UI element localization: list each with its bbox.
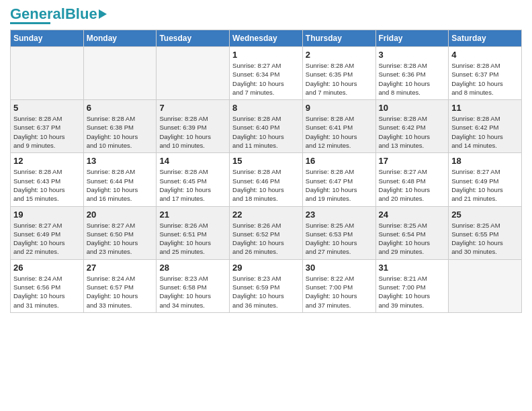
day-number: 30 — [306, 263, 373, 273]
day-number: 19 — [13, 210, 81, 220]
day-info: Sunrise: 8:28 AMSunset: 6:36 PMDaylight:… — [379, 61, 446, 97]
calendar-cell: 19Sunrise: 8:27 AMSunset: 6:49 PMDayligh… — [11, 206, 84, 259]
logo-text: GeneralBlue — [10, 7, 97, 21]
day-number: 29 — [232, 263, 300, 273]
day-number: 24 — [379, 210, 446, 220]
calendar-cell: 22Sunrise: 8:26 AMSunset: 6:52 PMDayligh… — [230, 206, 303, 259]
calendar-cell — [11, 47, 84, 100]
day-number: 10 — [379, 103, 446, 113]
calendar-cell — [449, 259, 522, 312]
day-info: Sunrise: 8:25 AMSunset: 6:53 PMDaylight:… — [306, 221, 373, 257]
calendar-cell: 28Sunrise: 8:23 AMSunset: 6:58 PMDayligh… — [157, 259, 230, 312]
calendar-week-row: 12Sunrise: 8:28 AMSunset: 6:43 PMDayligh… — [11, 153, 522, 206]
day-info: Sunrise: 8:28 AMSunset: 6:40 PMDaylight:… — [232, 114, 300, 150]
day-number: 23 — [306, 210, 373, 220]
calendar-cell: 11Sunrise: 8:28 AMSunset: 6:42 PMDayligh… — [449, 100, 522, 153]
day-number: 2 — [306, 50, 373, 60]
calendar-cell: 13Sunrise: 8:28 AMSunset: 6:44 PMDayligh… — [83, 153, 157, 206]
logo-blue: Blue — [65, 5, 97, 22]
day-info: Sunrise: 8:25 AMSunset: 6:54 PMDaylight:… — [379, 221, 446, 257]
day-info: Sunrise: 8:21 AMSunset: 7:00 PMDaylight:… — [379, 274, 446, 310]
day-number: 8 — [232, 103, 300, 113]
day-number: 16 — [306, 156, 373, 166]
day-info: Sunrise: 8:28 AMSunset: 6:39 PMDaylight:… — [159, 114, 226, 150]
logo: GeneralBlue — [10, 7, 107, 24]
calendar-cell — [157, 47, 230, 100]
day-info: Sunrise: 8:27 AMSunset: 6:49 PMDaylight:… — [451, 167, 519, 203]
calendar-cell — [83, 47, 157, 100]
day-info: Sunrise: 8:27 AMSunset: 6:49 PMDaylight:… — [13, 221, 81, 257]
day-info: Sunrise: 8:26 AMSunset: 6:52 PMDaylight:… — [232, 221, 300, 257]
day-number: 3 — [379, 50, 446, 60]
calendar-cell: 23Sunrise: 8:25 AMSunset: 6:53 PMDayligh… — [302, 206, 375, 259]
weekday-header-monday: Monday — [83, 30, 157, 47]
weekday-header-saturday: Saturday — [449, 30, 522, 47]
calendar-week-row: 19Sunrise: 8:27 AMSunset: 6:49 PMDayligh… — [11, 206, 522, 259]
day-info: Sunrise: 8:26 AMSunset: 6:51 PMDaylight:… — [159, 221, 226, 257]
calendar-cell: 2Sunrise: 8:28 AMSunset: 6:35 PMDaylight… — [302, 47, 375, 100]
weekday-header-thursday: Thursday — [302, 30, 375, 47]
day-info: Sunrise: 8:28 AMSunset: 6:45 PMDaylight:… — [159, 167, 226, 203]
day-info: Sunrise: 8:27 AMSunset: 6:50 PMDaylight:… — [87, 221, 154, 257]
calendar-cell: 31Sunrise: 8:21 AMSunset: 7:00 PMDayligh… — [375, 259, 449, 312]
day-number: 4 — [451, 50, 519, 60]
calendar-cell: 17Sunrise: 8:27 AMSunset: 6:48 PMDayligh… — [375, 153, 449, 206]
calendar-cell: 25Sunrise: 8:25 AMSunset: 6:55 PMDayligh… — [449, 206, 522, 259]
calendar-cell: 12Sunrise: 8:28 AMSunset: 6:43 PMDayligh… — [11, 153, 84, 206]
calendar-cell: 4Sunrise: 8:28 AMSunset: 6:37 PMDaylight… — [449, 47, 522, 100]
calendar-cell: 29Sunrise: 8:23 AMSunset: 6:59 PMDayligh… — [230, 259, 303, 312]
day-number: 7 — [159, 103, 226, 113]
calendar-cell: 8Sunrise: 8:28 AMSunset: 6:40 PMDaylight… — [230, 100, 303, 153]
calendar-cell: 5Sunrise: 8:28 AMSunset: 6:37 PMDaylight… — [11, 100, 84, 153]
page: GeneralBlue SundayMondayTuesdayWednesday… — [0, 0, 532, 411]
day-number: 25 — [451, 210, 519, 220]
calendar-cell: 7Sunrise: 8:28 AMSunset: 6:39 PMDaylight… — [157, 100, 230, 153]
day-info: Sunrise: 8:28 AMSunset: 6:42 PMDaylight:… — [451, 114, 519, 150]
day-info: Sunrise: 8:22 AMSunset: 7:00 PMDaylight:… — [306, 274, 373, 310]
calendar-cell: 26Sunrise: 8:24 AMSunset: 6:56 PMDayligh… — [11, 259, 84, 312]
day-info: Sunrise: 8:28 AMSunset: 6:35 PMDaylight:… — [306, 61, 373, 97]
calendar-cell: 16Sunrise: 8:28 AMSunset: 6:47 PMDayligh… — [302, 153, 375, 206]
day-info: Sunrise: 8:28 AMSunset: 6:44 PMDaylight:… — [87, 167, 154, 203]
day-number: 27 — [87, 263, 154, 273]
day-info: Sunrise: 8:28 AMSunset: 6:46 PMDaylight:… — [232, 167, 300, 203]
day-info: Sunrise: 8:23 AMSunset: 6:58 PMDaylight:… — [159, 274, 226, 310]
logo-general: General — [10, 5, 65, 22]
day-info: Sunrise: 8:23 AMSunset: 6:59 PMDaylight:… — [232, 274, 300, 310]
calendar-cell: 18Sunrise: 8:27 AMSunset: 6:49 PMDayligh… — [449, 153, 522, 206]
day-info: Sunrise: 8:28 AMSunset: 6:38 PMDaylight:… — [87, 114, 154, 150]
day-info: Sunrise: 8:28 AMSunset: 6:42 PMDaylight:… — [379, 114, 446, 150]
day-info: Sunrise: 8:25 AMSunset: 6:55 PMDaylight:… — [451, 221, 519, 257]
day-number: 1 — [232, 50, 300, 60]
calendar-cell: 14Sunrise: 8:28 AMSunset: 6:45 PMDayligh… — [157, 153, 230, 206]
day-info: Sunrise: 8:28 AMSunset: 6:43 PMDaylight:… — [13, 167, 81, 203]
day-number: 15 — [232, 156, 300, 166]
calendar-cell: 15Sunrise: 8:28 AMSunset: 6:46 PMDayligh… — [230, 153, 303, 206]
weekday-header-friday: Friday — [375, 30, 449, 47]
calendar-week-row: 26Sunrise: 8:24 AMSunset: 6:56 PMDayligh… — [11, 259, 522, 312]
day-info: Sunrise: 8:28 AMSunset: 6:47 PMDaylight:… — [306, 167, 373, 203]
day-number: 5 — [13, 103, 81, 113]
day-number: 12 — [13, 156, 81, 166]
calendar-week-row: 5Sunrise: 8:28 AMSunset: 6:37 PMDaylight… — [11, 100, 522, 153]
weekday-header-wednesday: Wednesday — [230, 30, 303, 47]
day-number: 22 — [232, 210, 300, 220]
weekday-header-tuesday: Tuesday — [157, 30, 230, 47]
weekday-header-sunday: Sunday — [11, 30, 84, 47]
day-number: 9 — [306, 103, 373, 113]
day-number: 13 — [87, 156, 154, 166]
day-info: Sunrise: 8:24 AMSunset: 6:57 PMDaylight:… — [87, 274, 154, 310]
logo-underline — [10, 22, 50, 24]
calendar-cell: 3Sunrise: 8:28 AMSunset: 6:36 PMDaylight… — [375, 47, 449, 100]
calendar-cell: 20Sunrise: 8:27 AMSunset: 6:50 PMDayligh… — [83, 206, 157, 259]
day-info: Sunrise: 8:27 AMSunset: 6:34 PMDaylight:… — [232, 61, 300, 97]
logo-arrow-icon — [99, 9, 107, 19]
day-number: 18 — [451, 156, 519, 166]
calendar-cell: 24Sunrise: 8:25 AMSunset: 6:54 PMDayligh… — [375, 206, 449, 259]
calendar-cell: 30Sunrise: 8:22 AMSunset: 7:00 PMDayligh… — [302, 259, 375, 312]
day-info: Sunrise: 8:24 AMSunset: 6:56 PMDaylight:… — [13, 274, 81, 310]
calendar-week-row: 1Sunrise: 8:27 AMSunset: 6:34 PMDaylight… — [11, 47, 522, 100]
calendar-cell: 9Sunrise: 8:28 AMSunset: 6:41 PMDaylight… — [302, 100, 375, 153]
calendar-cell: 10Sunrise: 8:28 AMSunset: 6:42 PMDayligh… — [375, 100, 449, 153]
calendar-cell: 27Sunrise: 8:24 AMSunset: 6:57 PMDayligh… — [83, 259, 157, 312]
